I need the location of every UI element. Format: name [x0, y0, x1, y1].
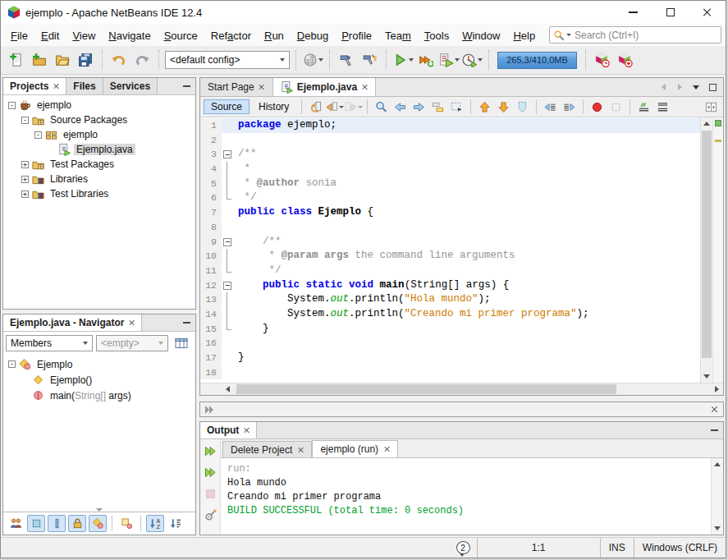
code-area[interactable]: 1package ejemplo;23/**4 *5 * @author son…: [200, 117, 723, 383]
services-button[interactable]: [302, 49, 323, 71]
show-bean-patterns-toggle[interactable]: [48, 515, 66, 532]
comment-button[interactable]: [635, 99, 652, 116]
start-macro-button[interactable]: [588, 99, 606, 116]
scroll-tabs-right-button[interactable]: [673, 80, 686, 94]
show-static-members-toggle[interactable]: [89, 515, 107, 532]
menu-window[interactable]: Window: [456, 27, 506, 44]
menu-refactor[interactable]: Refactor: [204, 27, 258, 44]
find-selection-button[interactable]: [373, 99, 390, 116]
menu-help[interactable]: Help: [506, 27, 542, 44]
scroll-left-button[interactable]: [222, 383, 234, 395]
tab-projects[interactable]: Projects: [3, 78, 66, 94]
next-bookmark-button[interactable]: [495, 99, 512, 116]
profile-project-button[interactable]: [438, 49, 460, 71]
stop-macro-button[interactable]: [607, 99, 625, 116]
tree-item[interactable]: main(String[] args): [3, 388, 195, 403]
editor-horizontal-scrollbar[interactable]: [200, 383, 723, 395]
run-project-button[interactable]: [392, 49, 414, 71]
menu-profile[interactable]: Profile: [335, 27, 378, 44]
close-icon[interactable]: [711, 406, 718, 413]
scrollbar-thumb[interactable]: [702, 131, 712, 358]
menu-navigate[interactable]: Navigate: [102, 27, 157, 44]
show-inner-classes-toggle[interactable]: [117, 515, 135, 532]
tab-start-page[interactable]: Start Page: [200, 78, 273, 96]
collapse-icon[interactable]: -: [34, 131, 42, 139]
tab-navigator[interactable]: Ejemplo.java - Navigator: [3, 314, 142, 331]
tab-list-button[interactable]: [689, 80, 703, 94]
save-all-button[interactable]: [75, 49, 96, 71]
rerun-with-args-button[interactable]: [202, 464, 218, 480]
redo-button[interactable]: [131, 49, 153, 71]
close-icon[interactable]: [53, 83, 59, 90]
minimize-navigator-button[interactable]: [177, 314, 195, 331]
tree-item-test-packages[interactable]: +Test Packages: [3, 157, 195, 172]
last-edit-button[interactable]: [307, 99, 324, 116]
config-combo[interactable]: <default config>: [165, 51, 290, 69]
view-history-button[interactable]: History: [251, 99, 296, 114]
find-next-button[interactable]: [410, 99, 428, 116]
tree-item-source-packages[interactable]: -Source Packages: [3, 112, 195, 127]
sort-by-name-toggle[interactable]: AZ: [146, 515, 164, 532]
collapse-icon[interactable]: -: [8, 102, 16, 109]
shift-right-button[interactable]: [561, 99, 578, 116]
tree-item-test-libraries[interactable]: +Test Libraries: [3, 186, 195, 201]
expand-icon[interactable]: +: [21, 161, 29, 168]
rectangular-selection-button[interactable]: [448, 99, 465, 116]
quick-search[interactable]: [549, 26, 721, 44]
scroll-down-button[interactable]: [701, 370, 712, 383]
tree-item-ejemplo[interactable]: -ejemplo: [3, 127, 195, 142]
close-icon[interactable]: [383, 446, 390, 452]
members-combo[interactable]: Members: [6, 335, 93, 351]
stop-build-button[interactable]: [202, 485, 218, 502]
expand-chevron-icon[interactable]: [205, 406, 215, 414]
scroll-up-button[interactable]: [701, 117, 712, 130]
close-icon[interactable]: [361, 84, 368, 90]
shift-left-button[interactable]: [542, 99, 559, 116]
memory-indicator[interactable]: 265,3/410,0MB: [497, 52, 577, 69]
close-icon[interactable]: [259, 84, 265, 90]
clean-build-button[interactable]: [359, 49, 380, 71]
close-button[interactable]: [689, 1, 726, 24]
previous-bookmark-button[interactable]: [476, 99, 493, 116]
gc-generations-button[interactable]: [592, 49, 613, 71]
close-icon[interactable]: [297, 447, 304, 453]
tree-item-ejemplo-java[interactable]: Ejemplo.java: [3, 142, 195, 157]
scroll-tabs-left-button[interactable]: [657, 80, 670, 94]
find-previous-button[interactable]: [391, 99, 409, 116]
expand-icon[interactable]: +: [21, 176, 29, 183]
minimize-button[interactable]: [615, 1, 652, 24]
ant-settings-button[interactable]: [202, 507, 218, 523]
close-icon[interactable]: [243, 427, 250, 434]
output-text-area[interactable]: run:Hola mundoCreando mi primer programa…: [221, 458, 723, 535]
error-stripe[interactable]: [712, 117, 723, 383]
close-icon[interactable]: [128, 319, 135, 326]
uncomment-button[interactable]: [654, 99, 671, 116]
menu-tools[interactable]: Tools: [418, 27, 456, 44]
menu-view[interactable]: View: [66, 27, 102, 44]
tab-ejemplo-java[interactable]: Ejemplo.java: [273, 78, 376, 96]
navigator-columns-button[interactable]: [172, 334, 191, 351]
menu-edit[interactable]: Edit: [34, 27, 66, 44]
show-inherited-members-toggle[interactable]: [7, 515, 25, 532]
filter-combo[interactable]: <empty>: [96, 335, 168, 351]
build-project-button[interactable]: [336, 49, 357, 71]
menu-file[interactable]: File: [4, 27, 34, 44]
toggle-bookmark-button[interactable]: [514, 99, 531, 116]
debug-project-button[interactable]: [415, 49, 437, 71]
rerun-button[interactable]: [202, 443, 218, 459]
fold-collapse-icon[interactable]: [222, 278, 233, 293]
menu-run[interactable]: Run: [258, 27, 291, 44]
tab-services[interactable]: Services: [103, 78, 158, 94]
show-fields-toggle[interactable]: [27, 515, 45, 532]
notifications-button[interactable]: 2: [450, 538, 477, 558]
output-scrollbar[interactable]: [711, 458, 723, 535]
back-button[interactable]: [326, 99, 343, 116]
tab-output[interactable]: Output: [200, 422, 257, 438]
maximize-editor-button[interactable]: [706, 80, 719, 94]
view-source-button[interactable]: Source: [204, 99, 250, 114]
search-input[interactable]: [573, 29, 717, 42]
collapse-icon[interactable]: -: [8, 360, 16, 368]
editor-vertical-scrollbar[interactable]: [700, 117, 712, 383]
output-tab-ejemplo-run[interactable]: ejemplo (run): [312, 440, 398, 457]
tree-item[interactable]: -Ejemplo: [3, 356, 195, 372]
